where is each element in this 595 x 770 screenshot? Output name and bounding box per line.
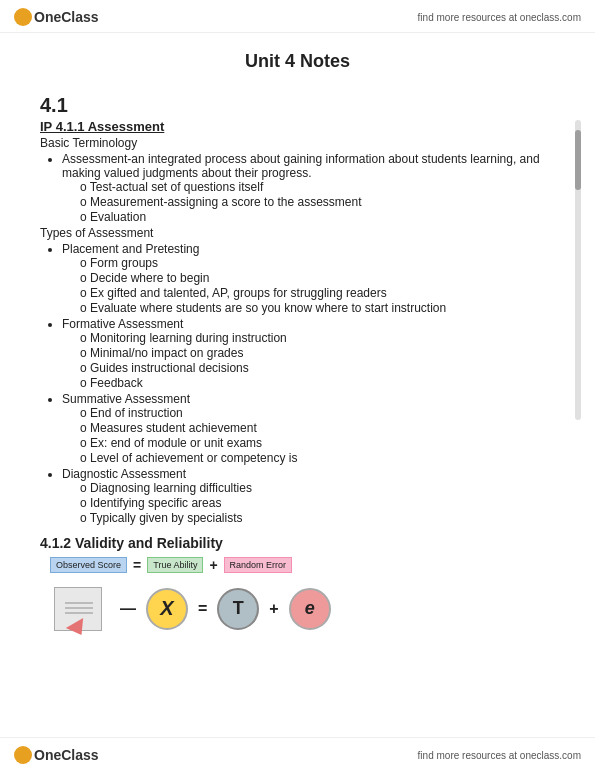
footer: OneClass find more resources at oneclass…: [0, 737, 595, 770]
evaluate-where-item: Evaluate where students are so you know …: [80, 301, 555, 315]
diagnostic-label: Diagnostic Assessment: [62, 467, 186, 481]
ex-end-module-item: Ex: end of module or unit exams: [80, 436, 555, 450]
test-def-item: Test-actual set of questions itself: [80, 180, 555, 194]
measures-student-item: Measures student achievement: [80, 421, 555, 435]
equals-symbol: =: [133, 557, 141, 573]
validity-title: 4.1.2 Validity and Reliability: [40, 535, 555, 551]
measurement-def-item: Measurement-assigning a score to the ass…: [80, 195, 555, 209]
types-list: Placement and Pretesting Form groups Dec…: [62, 242, 555, 525]
identifying-item: Identifying specific areas: [80, 496, 555, 510]
formative-label: Formative Assessment: [62, 317, 183, 331]
ip-4-1-1-title: IP 4.1.1 Assessment: [40, 119, 555, 134]
notebook-icon: [50, 581, 110, 636]
typically-given-item: Typically given by specialists: [80, 511, 555, 525]
form-groups-item: Form groups: [80, 256, 555, 270]
section-4-1-label: 4.1: [40, 94, 555, 117]
header-tagline: find more resources at oneclass.com: [418, 12, 581, 23]
diagram-equals: =: [198, 600, 207, 618]
diagram-area: — X = T + e: [50, 581, 555, 636]
formative-item: Formative Assessment Monitoring learning…: [62, 317, 555, 390]
plus-symbol: +: [209, 557, 217, 573]
header: OneClass find more resources at oneclass…: [0, 0, 595, 33]
terminology-list: Assessment-an integrated process about g…: [62, 152, 555, 224]
header-logo-text: OneClass: [34, 9, 99, 25]
placement-label: Placement and Pretesting: [62, 242, 199, 256]
monitoring-item: Monitoring learning during instruction: [80, 331, 555, 345]
types-label: Types of Assessment: [40, 226, 555, 240]
notebook-line-2: [65, 607, 93, 609]
basic-terminology-label: Basic Terminology: [40, 136, 555, 150]
dash-symbol: —: [120, 600, 136, 618]
assessment-def-item: Assessment-an integrated process about g…: [62, 152, 555, 224]
notebook-line-1: [65, 602, 93, 604]
header-logo: OneClass: [14, 8, 99, 26]
circle-t: T: [217, 588, 259, 630]
random-error-box: Random Error: [224, 557, 293, 573]
decide-where-item: Decide where to begin: [80, 271, 555, 285]
page-title: Unit 4 Notes: [0, 33, 595, 82]
footer-logo-text: OneClass: [34, 747, 99, 763]
summative-label: Summative Assessment: [62, 392, 190, 406]
level-achievement-item: Level of achievement or competency is: [80, 451, 555, 465]
observed-score-box: Observed Score: [50, 557, 127, 573]
guides-instructional-item: Guides instructional decisions: [80, 361, 555, 375]
logo-circle-icon: [14, 8, 32, 26]
footer-tagline: find more resources at oneclass.com: [418, 750, 581, 761]
assessment-sub-list: Test-actual set of questions itself Meas…: [80, 180, 555, 224]
feedback-item: Feedback: [80, 376, 555, 390]
end-instruction-item: End of instruction: [80, 406, 555, 420]
minimal-impact-item: Minimal/no impact on grades: [80, 346, 555, 360]
circle-e: e: [289, 588, 331, 630]
placement-sub-list: Form groups Decide where to begin Ex gif…: [80, 256, 555, 315]
diagram-plus: +: [269, 600, 278, 618]
main-content: 4.1 IP 4.1.1 Assessment Basic Terminolog…: [0, 82, 595, 696]
true-ability-box: True Ability: [147, 557, 203, 573]
formative-sub-list: Monitoring learning during instruction M…: [80, 331, 555, 390]
diagnostic-item: Diagnostic Assessment Diagnosing learnin…: [62, 467, 555, 525]
evaluation-def-item: Evaluation: [80, 210, 555, 224]
scrollbar[interactable]: [575, 120, 581, 420]
scrollbar-thumb[interactable]: [575, 130, 581, 190]
circle-x: X: [146, 588, 188, 630]
notebook-lines: [65, 602, 93, 617]
notebook-line-3: [65, 612, 93, 614]
diagnosing-item: Diagnosing learning difficulties: [80, 481, 555, 495]
assessment-def-text: Assessment-an integrated process about g…: [62, 152, 540, 180]
placement-item: Placement and Pretesting Form groups Dec…: [62, 242, 555, 315]
summative-sub-list: End of instruction Measures student achi…: [80, 406, 555, 465]
footer-logo-circle-icon: [14, 746, 32, 764]
ex-gifted-item: Ex gifted and talented, AP, groups for s…: [80, 286, 555, 300]
footer-logo: OneClass: [14, 746, 99, 764]
diagnostic-sub-list: Diagnosing learning difficulties Identif…: [80, 481, 555, 525]
formula-area: Observed Score = True Ability + Random E…: [50, 557, 555, 573]
summative-item: Summative Assessment End of instruction …: [62, 392, 555, 465]
